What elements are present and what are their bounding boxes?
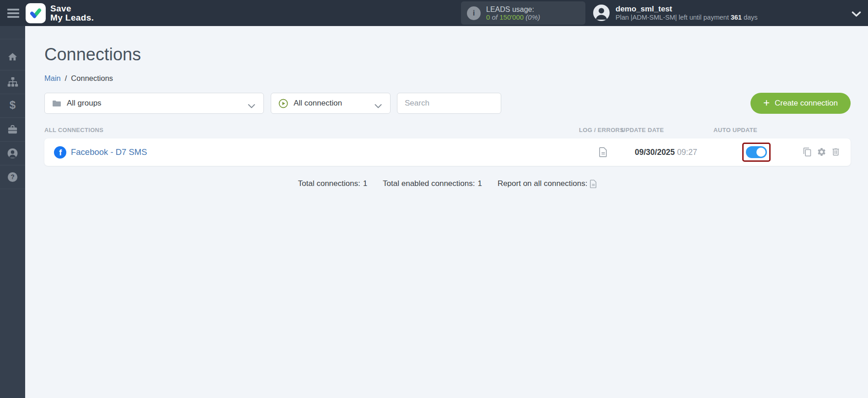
- row-actions: [803, 147, 841, 157]
- help-question-icon: ?: [7, 172, 18, 182]
- home-icon: [7, 52, 18, 62]
- brand-name: Save My Leads.: [50, 4, 94, 22]
- totals-row: Total connections:1 Total enabled connec…: [44, 179, 851, 188]
- leads-usage-label: LEADS usage:: [486, 5, 540, 13]
- sidebar-item-connections[interactable]: [0, 70, 25, 94]
- copy-icon[interactable]: [803, 147, 812, 157]
- connection-row: f Facebook - D7 SMS 09/30/202509:27: [44, 138, 851, 166]
- breadcrumb-separator: /: [65, 74, 67, 83]
- savemyleads-logo[interactable]: [26, 3, 46, 23]
- leads-usage-panel: i LEADS usage: 0 of 150'000 (0%): [461, 1, 585, 25]
- groups-filter-value: All groups: [67, 99, 102, 108]
- connection-type-dropdown[interactable]: All connection: [271, 93, 391, 114]
- create-connection-button[interactable]: + Create connection: [750, 93, 851, 114]
- hamburger-menu-icon[interactable]: [7, 9, 19, 18]
- page-title: Connections: [44, 26, 851, 64]
- filters-row: All groups All connection + Crea: [44, 93, 851, 114]
- facebook-icon: f: [54, 146, 66, 159]
- chevron-down-icon: [375, 102, 382, 110]
- user-account-menu[interactable]: demo_sml_test Plan |ADM-SML-SM| left unt…: [593, 5, 758, 21]
- breadcrumb-main-link[interactable]: Main: [44, 74, 61, 83]
- header-log-errors: LOG / ERRORS: [579, 127, 624, 133]
- total-connections: Total connections:1: [298, 179, 368, 188]
- report-document-icon[interactable]: [590, 180, 597, 188]
- header-update-date: UPDATE DATE: [621, 127, 664, 133]
- breadcrumb-current: Connections: [71, 74, 113, 83]
- svg-text:$: $: [10, 100, 16, 111]
- sidebar-item-help[interactable]: ?: [0, 165, 25, 189]
- info-icon: i: [467, 6, 481, 20]
- breadcrumb: Main / Connections: [44, 74, 851, 83]
- sidebar-item-services[interactable]: [0, 118, 25, 142]
- search-input[interactable]: [397, 93, 501, 114]
- groups-filter-dropdown[interactable]: All groups: [44, 93, 264, 114]
- account-person-icon: [7, 148, 18, 159]
- avatar: [593, 5, 610, 21]
- sidebar-nav: $ ?: [0, 26, 25, 398]
- chevron-down-icon[interactable]: [852, 11, 861, 19]
- services-briefcase-icon: [7, 125, 18, 134]
- plan-info: Plan |ADM-SML-SM| left until payment 361…: [616, 13, 758, 21]
- update-date: 09/30/202509:27: [635, 148, 697, 157]
- checkmark-logo-icon: [28, 5, 43, 21]
- sidebar-item-home[interactable]: [0, 39, 25, 70]
- table-header-row: ALL CONNECTIONS LOG / ERRORS UPDATE DATE…: [44, 127, 851, 134]
- main-content: Connections Main / Connections All group…: [25, 26, 868, 398]
- connection-type-value: All connection: [294, 99, 342, 108]
- header-all-connections: ALL CONNECTIONS: [44, 127, 103, 133]
- top-bar: Save My Leads. i LEADS usage: 0 of 150'0…: [0, 0, 868, 26]
- svg-text:f: f: [59, 148, 62, 157]
- report-all-connections: Report on all connections:: [498, 179, 597, 188]
- play-circle-icon: [279, 99, 288, 108]
- auto-update-highlight-box: [742, 143, 771, 162]
- payments-dollar-icon: $: [7, 100, 18, 111]
- connections-tree-icon: [7, 77, 18, 87]
- username: demo_sml_test: [616, 5, 758, 13]
- sidebar-spacer: [0, 26, 25, 39]
- header-auto-update: AUTO UPDATE: [713, 127, 757, 133]
- plus-icon: +: [763, 98, 770, 107]
- svg-text:?: ?: [11, 173, 14, 180]
- sidebar-item-account[interactable]: [0, 142, 25, 165]
- chevron-down-icon: [248, 102, 255, 110]
- leads-usage-value: 0 of 150'000 (0%): [486, 13, 540, 21]
- toggle-knob: [756, 148, 766, 157]
- sidebar-item-payments[interactable]: $: [0, 94, 25, 118]
- connection-name-link[interactable]: Facebook - D7 SMS: [71, 147, 147, 157]
- gear-icon[interactable]: [817, 147, 826, 157]
- log-document-icon[interactable]: [599, 147, 607, 159]
- folder-icon: [52, 100, 61, 107]
- auto-update-toggle[interactable]: [746, 146, 767, 158]
- trash-icon[interactable]: [831, 147, 841, 157]
- total-enabled-connections: Total enabled connections:1: [383, 179, 482, 188]
